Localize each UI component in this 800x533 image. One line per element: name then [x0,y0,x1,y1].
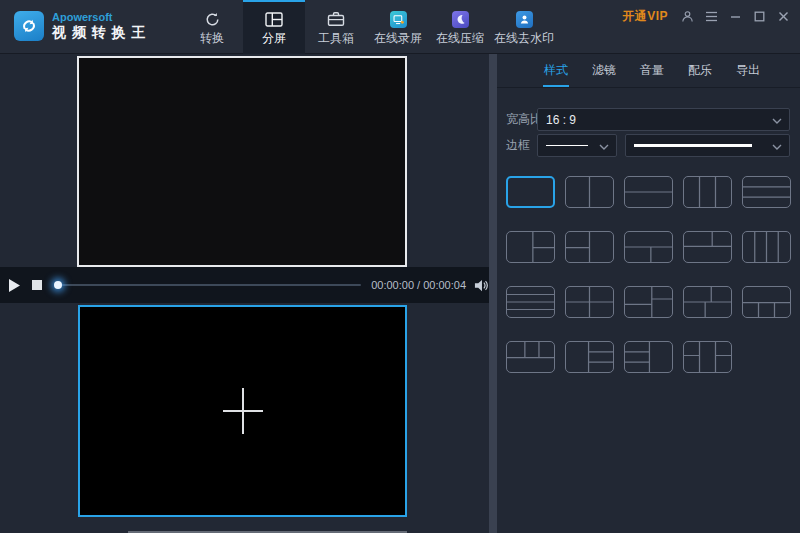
border-width-select[interactable] [625,134,790,157]
aspect-ratio-row: 宽高比 16 : 9 [497,108,800,131]
layout-template-left-full-right-three-rows[interactable] [565,341,614,373]
tab-music[interactable]: 配乐 [687,54,713,87]
layout-template-two-rows[interactable] [624,176,673,208]
nav-item-split-screen[interactable]: 分屏 [243,0,305,54]
layout-template-top-split-bottom-full[interactable] [683,231,732,263]
seek-track [56,284,361,286]
layout-template-left-split-right-full[interactable] [565,231,614,263]
tabs-separator [497,87,800,88]
layout-template-grid-2x2[interactable] [565,286,614,318]
seek-slider[interactable] [56,280,361,290]
app-title: 视 频 转 换 王 [52,23,147,41]
nav-item-label: 在线压缩 [436,32,484,44]
nav-item-label: 转换 [200,32,224,44]
tab-volume[interactable]: 音量 [639,54,665,87]
nav-item-convert[interactable]: 转换 [181,0,243,54]
layout-template-top-three-bottom-full[interactable] [506,341,555,373]
border-label: 边框 [506,134,530,157]
layout-template-four-columns[interactable] [742,231,791,263]
border-style-swatch [546,145,588,146]
layout-template-single[interactable] [506,176,555,208]
border-width-swatch [634,144,752,147]
brand-name: Apowersoft [52,11,147,23]
play-button[interactable] [9,279,20,292]
volume-icon[interactable] [474,279,489,292]
nav-item-online-compressor[interactable]: 在线压缩 [429,0,491,54]
title-controls: 开通VIP [622,8,790,25]
nav-item-label: 分屏 [262,32,286,44]
minimize-button[interactable] [728,10,742,24]
close-button[interactable] [776,10,790,24]
titlebar: Apowersoft 视 频 转 换 王 转换 [0,0,800,54]
pane-splitter[interactable] [489,54,497,533]
account-icon[interactable] [680,10,694,24]
refresh-icon [203,11,221,28]
layout-template-grid [506,176,791,373]
app-window: Apowersoft 视 频 转 换 王 转换 [0,0,800,533]
border-row: 边框 [497,134,800,157]
layout-template-three-columns-side-split[interactable] [683,341,732,373]
layout-template-top-full-bottom-three[interactable] [742,286,791,318]
nav-item-label: 在线去水印 [494,32,554,44]
screen-record-app-icon [390,11,407,28]
tab-export[interactable]: 导出 [735,54,761,87]
aspect-ratio-value: 16 : 9 [546,113,576,127]
nav-item-label: 在线录屏 [374,32,422,44]
logo-text: Apowersoft 视 频 转 换 王 [52,11,147,41]
layout-template-offset-quad-top-wide[interactable] [683,286,732,318]
app-logo-icon [14,11,44,41]
layout-template-four-rows[interactable] [506,286,555,318]
menu-icon[interactable] [704,10,718,24]
tab-filter[interactable]: 滤镜 [591,54,617,87]
nav-item-online-watermark-remover[interactable]: 在线去水印 [491,0,557,54]
layout-template-three-columns[interactable] [683,176,732,208]
preview-area: 00:00:00 / 00:00:04 [0,54,489,533]
compress-app-icon [452,11,469,28]
split-screen-icon [265,11,283,28]
layout-template-left-three-rows-right-full[interactable] [624,341,673,373]
maximize-button[interactable] [752,10,766,24]
tab-style[interactable]: 样式 [543,54,569,87]
split-cell-preview[interactable] [78,305,407,517]
seek-knob[interactable] [54,281,62,289]
chevron-down-icon [599,144,609,150]
layout-template-top-full-bottom-split[interactable] [624,231,673,263]
vip-button[interactable]: 开通VIP [622,8,668,25]
layout-template-two-columns[interactable] [565,176,614,208]
source-video-preview [77,56,407,267]
stop-button[interactable] [32,280,42,290]
chevron-down-icon [772,144,782,150]
border-style-select[interactable] [537,134,617,157]
panel-tabs: 样式 滤镜 音量 配乐 导出 [543,54,761,87]
add-video-crosshair[interactable] [242,388,244,434]
aspect-ratio-select[interactable]: 16 : 9 [537,108,790,131]
time-display: 00:00:00 / 00:00:04 [371,279,466,291]
layout-template-offset-quad-left-low[interactable] [624,286,673,318]
layout-template-three-rows[interactable] [742,176,791,208]
app-logo: Apowersoft 视 频 转 换 王 [14,11,147,41]
nav-item-label: 工具箱 [318,32,354,44]
nav-item-online-recorder[interactable]: 在线录屏 [367,0,429,54]
toolbox-icon [327,11,345,28]
settings-panel: 样式 滤镜 音量 配乐 导出 宽高比 16 : 9 边框 [497,54,800,533]
main-nav: 转换 分屏 [181,0,557,54]
player-bar: 00:00:00 / 00:00:04 [0,267,489,303]
layout-template-left-full-right-split[interactable] [506,231,555,263]
chevron-down-icon [772,118,782,124]
nav-item-toolbox[interactable]: 工具箱 [305,0,367,54]
remove-watermark-app-icon [516,11,533,28]
